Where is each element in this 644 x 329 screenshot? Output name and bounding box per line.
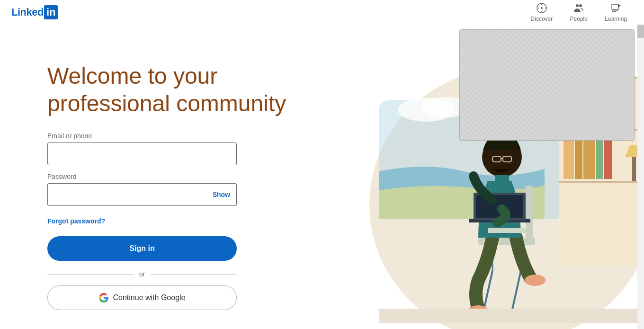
svg-rect-8: [612, 4, 618, 9]
logo-container: Linkedin: [11, 5, 58, 19]
forgot-password-link[interactable]: Forgot password?: [47, 217, 105, 225]
compass-icon: [536, 2, 547, 14]
welcome-title: Welcome to your professional community: [47, 62, 294, 117]
people-icon: [573, 2, 584, 14]
nav-label-learning: Learning: [605, 16, 627, 22]
divider-line-right: [151, 274, 237, 275]
or-divider: or: [47, 270, 237, 278]
svg-rect-53: [379, 309, 644, 323]
main-content: Welcome to your professional community E…: [0, 0, 644, 329]
svg-point-6: [576, 4, 579, 7]
sign-in-button[interactable]: Sign in: [47, 236, 237, 261]
left-panel: Welcome to your professional community E…: [0, 25, 322, 329]
password-label: Password: [47, 173, 294, 180]
learning-icon: [610, 2, 622, 14]
linkedin-logo[interactable]: Linkedin: [11, 5, 58, 19]
svg-point-7: [579, 4, 582, 7]
svg-point-43: [525, 275, 546, 286]
or-text: or: [139, 270, 145, 278]
svg-rect-51: [495, 175, 509, 185]
svg-rect-36: [632, 157, 636, 181]
popup-overlay: [459, 29, 635, 141]
nav-label-discover: Discover: [531, 16, 553, 22]
nav-item-learning[interactable]: Learning: [599, 0, 633, 26]
svg-rect-34: [596, 136, 603, 179]
svg-rect-52: [488, 228, 526, 233]
svg-rect-19: [559, 181, 644, 183]
nav-label-people: People: [570, 16, 588, 22]
divider-line-left: [47, 274, 134, 275]
password-form-group: Password Show: [47, 173, 294, 206]
google-button-label: Continue with Google: [113, 293, 186, 302]
email-form-group: Email or phone: [47, 132, 294, 165]
nav-item-discover[interactable]: Discover: [525, 0, 559, 26]
nav-bar: Discover People: [525, 0, 633, 26]
google-icon: [99, 293, 108, 302]
logo-text: Linked: [11, 6, 44, 18]
email-label: Email or phone: [47, 132, 294, 140]
header: Linkedin Discover: [0, 0, 644, 25]
scrollbar[interactable]: [637, 0, 644, 329]
google-sign-in-button[interactable]: Continue with Google: [47, 285, 237, 310]
svg-marker-9: [618, 4, 621, 7]
svg-rect-32: [575, 137, 582, 179]
show-password-button[interactable]: Show: [213, 191, 230, 198]
password-wrapper: Show: [47, 183, 237, 206]
right-panel: [322, 25, 644, 329]
svg-rect-41: [526, 186, 533, 242]
svg-point-1: [541, 7, 543, 9]
password-input[interactable]: [47, 183, 237, 206]
email-input[interactable]: [47, 142, 237, 165]
nav-item-people[interactable]: People: [562, 0, 595, 26]
logo-box-text: in: [44, 5, 58, 19]
